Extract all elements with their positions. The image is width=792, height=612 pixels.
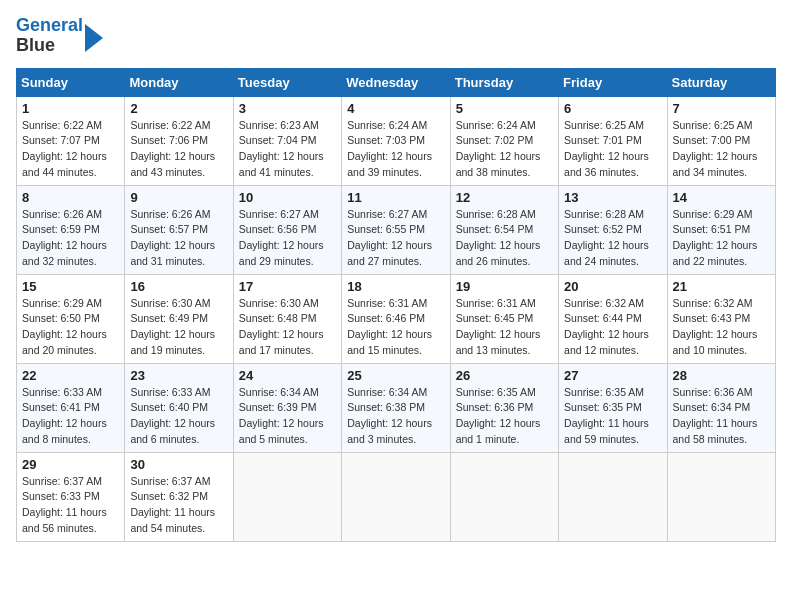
logo-blue: Blue — [16, 35, 55, 55]
day-number: 15 — [22, 279, 119, 294]
day-number: 28 — [673, 368, 770, 383]
week-row-2: 8 Sunrise: 6:26 AM Sunset: 6:59 PM Dayli… — [17, 185, 776, 274]
day-info: Sunrise: 6:32 AM Sunset: 6:44 PM Dayligh… — [564, 296, 661, 359]
calendar-cell: 1 Sunrise: 6:22 AM Sunset: 7:07 PM Dayli… — [17, 96, 125, 185]
day-number: 16 — [130, 279, 227, 294]
calendar-cell: 18 Sunrise: 6:31 AM Sunset: 6:46 PM Dayl… — [342, 274, 450, 363]
day-info: Sunrise: 6:29 AM Sunset: 6:50 PM Dayligh… — [22, 296, 119, 359]
day-info: Sunrise: 6:25 AM Sunset: 7:00 PM Dayligh… — [673, 118, 770, 181]
day-info: Sunrise: 6:23 AM Sunset: 7:04 PM Dayligh… — [239, 118, 336, 181]
calendar-cell: 11 Sunrise: 6:27 AM Sunset: 6:55 PM Dayl… — [342, 185, 450, 274]
logo: General Blue — [16, 16, 103, 56]
day-info: Sunrise: 6:22 AM Sunset: 7:07 PM Dayligh… — [22, 118, 119, 181]
day-number: 23 — [130, 368, 227, 383]
day-number: 24 — [239, 368, 336, 383]
weekday-monday: Monday — [125, 68, 233, 96]
calendar-cell: 7 Sunrise: 6:25 AM Sunset: 7:00 PM Dayli… — [667, 96, 775, 185]
weekday-sunday: Sunday — [17, 68, 125, 96]
calendar-cell: 30 Sunrise: 6:37 AM Sunset: 6:32 PM Dayl… — [125, 452, 233, 541]
weekday-tuesday: Tuesday — [233, 68, 341, 96]
weekday-saturday: Saturday — [667, 68, 775, 96]
day-number: 26 — [456, 368, 553, 383]
day-info: Sunrise: 6:24 AM Sunset: 7:03 PM Dayligh… — [347, 118, 444, 181]
day-info: Sunrise: 6:30 AM Sunset: 6:48 PM Dayligh… — [239, 296, 336, 359]
day-info: Sunrise: 6:28 AM Sunset: 6:52 PM Dayligh… — [564, 207, 661, 270]
week-row-5: 29 Sunrise: 6:37 AM Sunset: 6:33 PM Dayl… — [17, 452, 776, 541]
day-info: Sunrise: 6:31 AM Sunset: 6:45 PM Dayligh… — [456, 296, 553, 359]
day-info: Sunrise: 6:28 AM Sunset: 6:54 PM Dayligh… — [456, 207, 553, 270]
day-number: 21 — [673, 279, 770, 294]
calendar-cell: 22 Sunrise: 6:33 AM Sunset: 6:41 PM Dayl… — [17, 363, 125, 452]
calendar-cell: 8 Sunrise: 6:26 AM Sunset: 6:59 PM Dayli… — [17, 185, 125, 274]
calendar-cell: 13 Sunrise: 6:28 AM Sunset: 6:52 PM Dayl… — [559, 185, 667, 274]
calendar-cell: 20 Sunrise: 6:32 AM Sunset: 6:44 PM Dayl… — [559, 274, 667, 363]
day-number: 9 — [130, 190, 227, 205]
day-number: 3 — [239, 101, 336, 116]
day-number: 27 — [564, 368, 661, 383]
calendar-cell: 14 Sunrise: 6:29 AM Sunset: 6:51 PM Dayl… — [667, 185, 775, 274]
calendar-cell: 16 Sunrise: 6:30 AM Sunset: 6:49 PM Dayl… — [125, 274, 233, 363]
week-row-4: 22 Sunrise: 6:33 AM Sunset: 6:41 PM Dayl… — [17, 363, 776, 452]
day-info: Sunrise: 6:30 AM Sunset: 6:49 PM Dayligh… — [130, 296, 227, 359]
day-info: Sunrise: 6:33 AM Sunset: 6:40 PM Dayligh… — [130, 385, 227, 448]
day-info: Sunrise: 6:32 AM Sunset: 6:43 PM Dayligh… — [673, 296, 770, 359]
calendar-cell — [559, 452, 667, 541]
day-number: 10 — [239, 190, 336, 205]
calendar-cell: 29 Sunrise: 6:37 AM Sunset: 6:33 PM Dayl… — [17, 452, 125, 541]
calendar-cell: 6 Sunrise: 6:25 AM Sunset: 7:01 PM Dayli… — [559, 96, 667, 185]
calendar-cell: 10 Sunrise: 6:27 AM Sunset: 6:56 PM Dayl… — [233, 185, 341, 274]
weekday-thursday: Thursday — [450, 68, 558, 96]
calendar-cell — [342, 452, 450, 541]
calendar-cell: 19 Sunrise: 6:31 AM Sunset: 6:45 PM Dayl… — [450, 274, 558, 363]
calendar-cell: 12 Sunrise: 6:28 AM Sunset: 6:54 PM Dayl… — [450, 185, 558, 274]
day-number: 12 — [456, 190, 553, 205]
day-info: Sunrise: 6:35 AM Sunset: 6:36 PM Dayligh… — [456, 385, 553, 448]
day-number: 7 — [673, 101, 770, 116]
day-number: 30 — [130, 457, 227, 472]
day-info: Sunrise: 6:25 AM Sunset: 7:01 PM Dayligh… — [564, 118, 661, 181]
calendar-cell: 4 Sunrise: 6:24 AM Sunset: 7:03 PM Dayli… — [342, 96, 450, 185]
calendar-cell: 15 Sunrise: 6:29 AM Sunset: 6:50 PM Dayl… — [17, 274, 125, 363]
week-row-3: 15 Sunrise: 6:29 AM Sunset: 6:50 PM Dayl… — [17, 274, 776, 363]
calendar-cell: 21 Sunrise: 6:32 AM Sunset: 6:43 PM Dayl… — [667, 274, 775, 363]
day-number: 11 — [347, 190, 444, 205]
weekday-wednesday: Wednesday — [342, 68, 450, 96]
logo-text: General Blue — [16, 16, 83, 56]
day-number: 13 — [564, 190, 661, 205]
calendar-body: 1 Sunrise: 6:22 AM Sunset: 7:07 PM Dayli… — [17, 96, 776, 541]
calendar-cell — [233, 452, 341, 541]
day-info: Sunrise: 6:35 AM Sunset: 6:35 PM Dayligh… — [564, 385, 661, 448]
weekday-friday: Friday — [559, 68, 667, 96]
day-info: Sunrise: 6:27 AM Sunset: 6:56 PM Dayligh… — [239, 207, 336, 270]
calendar-cell: 27 Sunrise: 6:35 AM Sunset: 6:35 PM Dayl… — [559, 363, 667, 452]
calendar-table: SundayMondayTuesdayWednesdayThursdayFrid… — [16, 68, 776, 542]
day-info: Sunrise: 6:36 AM Sunset: 6:34 PM Dayligh… — [673, 385, 770, 448]
calendar-cell: 23 Sunrise: 6:33 AM Sunset: 6:40 PM Dayl… — [125, 363, 233, 452]
day-info: Sunrise: 6:26 AM Sunset: 6:57 PM Dayligh… — [130, 207, 227, 270]
day-info: Sunrise: 6:22 AM Sunset: 7:06 PM Dayligh… — [130, 118, 227, 181]
weekday-header-row: SundayMondayTuesdayWednesdayThursdayFrid… — [17, 68, 776, 96]
day-info: Sunrise: 6:31 AM Sunset: 6:46 PM Dayligh… — [347, 296, 444, 359]
calendar-cell: 17 Sunrise: 6:30 AM Sunset: 6:48 PM Dayl… — [233, 274, 341, 363]
calendar-cell — [667, 452, 775, 541]
day-number: 25 — [347, 368, 444, 383]
day-number: 22 — [22, 368, 119, 383]
day-number: 29 — [22, 457, 119, 472]
calendar-cell: 25 Sunrise: 6:34 AM Sunset: 6:38 PM Dayl… — [342, 363, 450, 452]
day-number: 5 — [456, 101, 553, 116]
day-info: Sunrise: 6:29 AM Sunset: 6:51 PM Dayligh… — [673, 207, 770, 270]
day-number: 2 — [130, 101, 227, 116]
day-info: Sunrise: 6:34 AM Sunset: 6:39 PM Dayligh… — [239, 385, 336, 448]
day-info: Sunrise: 6:37 AM Sunset: 6:32 PM Dayligh… — [130, 474, 227, 537]
calendar-cell: 28 Sunrise: 6:36 AM Sunset: 6:34 PM Dayl… — [667, 363, 775, 452]
calendar-cell: 2 Sunrise: 6:22 AM Sunset: 7:06 PM Dayli… — [125, 96, 233, 185]
logo-arrow-icon — [85, 24, 103, 52]
day-number: 18 — [347, 279, 444, 294]
day-number: 19 — [456, 279, 553, 294]
calendar-cell — [450, 452, 558, 541]
day-number: 4 — [347, 101, 444, 116]
calendar-cell: 26 Sunrise: 6:35 AM Sunset: 6:36 PM Dayl… — [450, 363, 558, 452]
week-row-1: 1 Sunrise: 6:22 AM Sunset: 7:07 PM Dayli… — [17, 96, 776, 185]
calendar-cell: 5 Sunrise: 6:24 AM Sunset: 7:02 PM Dayli… — [450, 96, 558, 185]
day-number: 14 — [673, 190, 770, 205]
